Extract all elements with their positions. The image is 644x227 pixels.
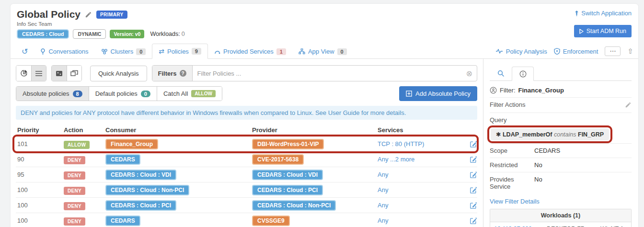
history-icon: ↺ bbox=[22, 48, 28, 55]
filters-help-icon[interactable]: ? bbox=[180, 70, 186, 77]
panel-tab-info[interactable] bbox=[512, 67, 534, 81]
list-view-button[interactable] bbox=[31, 66, 46, 81]
clear-filter-icon[interactable]: ⊗ bbox=[462, 69, 477, 78]
policies-toolbar: Quick Analysis Filters ? ⊗ bbox=[16, 65, 477, 81]
windows-view-button[interactable] bbox=[67, 66, 81, 81]
tab-conversations[interactable]: Conversations bbox=[34, 45, 94, 58]
enforcement-link[interactable]: Enforcement bbox=[554, 48, 598, 55]
column-header-priority: Priority bbox=[16, 126, 64, 134]
action-badge: DENY bbox=[64, 187, 85, 195]
map-view-button[interactable] bbox=[52, 66, 67, 81]
conversations-icon bbox=[40, 48, 46, 55]
edit-policy-icon bbox=[470, 202, 477, 209]
policy-priority: 100 bbox=[16, 202, 64, 209]
pie-chart-icon bbox=[20, 69, 28, 77]
policies-main-pane: Quick Analysis Filters ? ⊗ Absolute poli… bbox=[11, 59, 483, 227]
panel-tab-search[interactable] bbox=[490, 66, 512, 80]
consumer-label[interactable]: CEDARS bbox=[105, 216, 140, 226]
policy-type-tabs: Absolute policies 8 Default policies 0 C… bbox=[16, 86, 477, 101]
tab-default-policies[interactable]: Default policies 0 bbox=[89, 87, 157, 101]
query-expression[interactable]: ✱ LDAP_memberOf contains FIN_GRP bbox=[491, 128, 609, 140]
windows-behavior-banner: DENY and policies for ANY protocol have … bbox=[16, 106, 477, 120]
catch-all-allow-badge: ALLOW bbox=[191, 90, 216, 97]
provided-services-icon bbox=[214, 49, 220, 55]
services-link[interactable]: Any bbox=[378, 202, 388, 209]
pie-view-button[interactable] bbox=[16, 66, 31, 81]
column-header-services: Services bbox=[378, 126, 461, 134]
default-policies-count-badge: 0 bbox=[141, 91, 150, 97]
policy-analysis-icon bbox=[495, 48, 503, 54]
clusters-count-badge: 0 bbox=[136, 48, 146, 55]
app-view-icon bbox=[299, 48, 305, 55]
column-header-consumer: Consumer bbox=[105, 126, 252, 134]
filter-title: Filter: Finance_Group bbox=[490, 87, 632, 94]
dynamic-badge: DYNAMIC bbox=[73, 29, 106, 39]
edit-policy-button[interactable] bbox=[470, 171, 477, 179]
provider-label[interactable]: CEDARS : Cloud : VDI bbox=[252, 170, 323, 180]
provider-label[interactable]: DBI-WordPress-01-VIP bbox=[252, 139, 324, 149]
tab-catch-all[interactable]: Catch All ALLOW bbox=[157, 87, 222, 101]
filter-actions-row: Filter Actions bbox=[490, 97, 632, 112]
switch-application-link[interactable]: Switch Application bbox=[574, 10, 632, 17]
services-link[interactable]: Any bbox=[378, 171, 388, 178]
edit-filter-icon[interactable] bbox=[625, 102, 632, 108]
policies-count-badge: 9 bbox=[192, 48, 201, 55]
policy-priority: 95 bbox=[16, 171, 64, 178]
provider-label[interactable]: CVSSGE9 bbox=[252, 216, 290, 226]
detail-value: No bbox=[534, 161, 542, 169]
team-subtitle: Info Sec Team bbox=[17, 21, 632, 27]
consumer-label[interactable]: CEDARS : Cloud : Non-PCI bbox=[105, 185, 189, 195]
filter-detail-panel: Filter: Finance_Group Filter Actions Que… bbox=[483, 59, 638, 227]
play-icon bbox=[579, 29, 584, 34]
edit-policy-button[interactable] bbox=[470, 217, 477, 225]
version-badge: Version: v0 bbox=[110, 30, 144, 38]
consumer-label[interactable]: CEDARS : Cloud : VDI bbox=[105, 170, 176, 180]
info-icon bbox=[519, 70, 527, 78]
consumer-label[interactable]: CEDARS : Cloud : PCI bbox=[105, 200, 176, 211]
tab-history[interactable]: ↺ bbox=[15, 45, 34, 58]
edit-policy-button[interactable] bbox=[470, 156, 477, 163]
edit-policy-button[interactable] bbox=[470, 140, 477, 148]
provider-label[interactable]: CEDARS : Cloud : PCI bbox=[252, 185, 323, 195]
action-badge: DENY bbox=[64, 156, 85, 164]
provider-label[interactable]: CVE-2017-5638 bbox=[252, 154, 304, 165]
quick-analysis-button[interactable]: Quick Analysis bbox=[90, 66, 147, 81]
start-adm-run-button[interactable]: Start ADM Run bbox=[574, 25, 632, 37]
more-options-button[interactable]: ⋯ bbox=[605, 46, 621, 56]
edit-policy-icon bbox=[470, 186, 477, 194]
view-filter-details-link[interactable]: View Filter Details bbox=[490, 198, 540, 205]
services-link[interactable]: Any ...2 more bbox=[378, 156, 414, 163]
filter-policies-input[interactable] bbox=[193, 70, 462, 77]
services-link[interactable]: TCP : 80 (HTTP) bbox=[378, 140, 424, 148]
edit-policy-button[interactable] bbox=[470, 202, 477, 209]
panel-tabs bbox=[490, 63, 632, 81]
query-label: Query bbox=[490, 113, 632, 124]
edit-policy-button[interactable] bbox=[470, 186, 477, 194]
tab-provided-services[interactable]: Provided Services 1 bbox=[208, 45, 292, 58]
query-annotation: ✱ LDAP_memberOf contains FIN_GRP bbox=[491, 128, 609, 140]
policy-priority: 100 bbox=[16, 186, 64, 193]
list-icon bbox=[35, 70, 43, 77]
filter-detail-row: ScopeCEDARS bbox=[490, 143, 632, 158]
scope-label-badge[interactable]: CEDARS : Cloud bbox=[17, 29, 69, 39]
workload-row: 10.113.97.200 DESKTOP-7R... WinNT 1... bbox=[490, 222, 631, 227]
tab-policies[interactable]: ⇄ Policies 9 bbox=[152, 44, 208, 59]
asterisk-icon: ✱ bbox=[496, 131, 501, 138]
tab-app-view[interactable]: App View 0 bbox=[292, 45, 353, 58]
filter-name: Finance_Group bbox=[518, 87, 564, 94]
filter-detail-row: Provides ServiceNo bbox=[490, 172, 632, 193]
policy-row: 100DENYCEDARSCVSSGE9Any bbox=[16, 213, 477, 227]
consumer-label[interactable]: Finance_Group bbox=[105, 139, 158, 149]
edit-title-icon[interactable] bbox=[85, 11, 92, 18]
provider-label[interactable]: CEDARS : Cloud : Non-PCI bbox=[252, 200, 336, 211]
tab-absolute-policies[interactable]: Absolute policies 8 bbox=[16, 87, 89, 101]
add-absolute-policy-button[interactable]: Add Absolute Policy bbox=[399, 86, 477, 101]
policy-analysis-link[interactable]: Policy Analysis bbox=[495, 48, 547, 55]
services-link[interactable]: Any bbox=[378, 186, 388, 193]
consumer-label[interactable]: CEDARS bbox=[105, 154, 140, 165]
action-badge: DENY bbox=[64, 217, 85, 226]
filters-label[interactable]: Filters ? bbox=[152, 66, 193, 81]
tab-clusters[interactable]: Clusters 0 bbox=[95, 45, 152, 58]
collapse-panel-icon[interactable]: ⇧ bbox=[627, 47, 633, 56]
services-link[interactable]: Any bbox=[378, 217, 388, 224]
